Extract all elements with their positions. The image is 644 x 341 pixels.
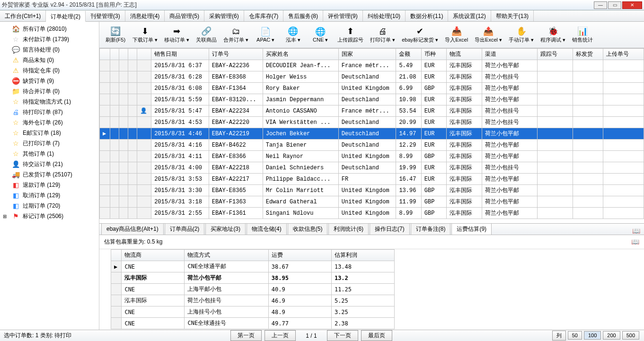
sidebar-item[interactable]: ☆E邮宝订单 (18): [0, 128, 99, 138]
order-row[interactable]: 2015/8/31 6:08EBAY-F1364Rory BakerUnited…: [100, 83, 644, 94]
detail-tab[interactable]: 订单备注(8): [411, 223, 451, 235]
column-header[interactable]: 买家姓名: [263, 49, 338, 60]
next-page-button[interactable]: 下一页: [327, 330, 358, 341]
sidebar-item[interactable]: ◧过期订单 (720): [0, 201, 99, 211]
ship-row[interactable]: ▶CNECNE全球通平邮38.6713.48: [111, 261, 395, 272]
detail-tab[interactable]: 操作日志(7): [370, 223, 410, 235]
page-size-button[interactable]: 200: [603, 331, 620, 340]
toolbar-button[interactable]: ⬆上传跟踪号: [335, 23, 366, 47]
toolbar-button[interactable]: 🔄刷新(F5): [102, 23, 129, 47]
main-tab[interactable]: 评价管理(9): [323, 10, 363, 21]
main-tab[interactable]: 工作台(Ctrl+1): [0, 10, 46, 21]
column-header[interactable]: [100, 49, 110, 60]
book-icon[interactable]: 📖: [632, 227, 640, 235]
ship-row[interactable]: CNE上海平邮小包40.911.25: [111, 284, 395, 295]
shipping-estimate-grid[interactable]: 物流商物流方式运费估算利润▶CNECNE全球通平邮38.6713.48泓丰国际荷…: [111, 249, 395, 329]
sidebar-item[interactable]: ⛔缺货订单 (9): [0, 76, 99, 86]
column-header[interactable]: 订单号: [209, 49, 263, 60]
sidebar-item[interactable]: ☆海外仓订单 (26): [0, 117, 99, 128]
sidebar-item[interactable]: 🏠所有订单 (28010): [0, 24, 99, 34]
main-tab[interactable]: 售后服务(8): [283, 10, 323, 21]
sidebar-item[interactable]: ☆未付款订单 (1739): [0, 34, 99, 44]
order-row[interactable]: 👤2015/8/31 5:47EBAY-A22234Antonio CASSAN…: [100, 105, 644, 117]
column-header[interactable]: 渠道: [482, 49, 538, 60]
sidebar-item[interactable]: 🚚已发货订单 (25107): [0, 169, 99, 180]
sidebar-item[interactable]: 👤待交运订单 (21): [0, 159, 99, 169]
ship-column-header[interactable]: 运费: [268, 250, 331, 261]
column-header[interactable]: 金额: [396, 49, 421, 60]
detail-tab[interactable]: 运费估算(9): [451, 223, 492, 235]
order-row[interactable]: 2015/8/31 5:59EBAY-83120...Jasmin Depper…: [100, 94, 644, 105]
sidebar-item[interactable]: 🖨待打印订单 (87): [0, 107, 99, 117]
sidebar-item[interactable]: ☆待指定物流方式 (1): [0, 96, 99, 107]
order-row[interactable]: ▶2015/8/31 4:46EBAY-A22219Jochen BekkerD…: [100, 128, 644, 140]
main-tab[interactable]: 纠纷处理(10): [363, 10, 406, 21]
column-header[interactable]: 标发货: [573, 49, 603, 60]
toolbar-button[interactable]: 🌐泓丰 ▾: [280, 23, 306, 47]
main-tab[interactable]: 采购管理(6): [204, 10, 244, 21]
column-header[interactable]: [128, 49, 137, 60]
main-tab[interactable]: 刊登管理(3): [86, 10, 125, 21]
toolbar-button[interactable]: 📤导出Excel ▾: [472, 23, 505, 47]
order-row[interactable]: 2015/8/31 6:28EBAY-E8368Holger WeissDeut…: [100, 71, 644, 83]
toolbar-button[interactable]: 🌐CNE ▾: [307, 23, 334, 47]
toolbar-button[interactable]: 🐞程序调试 ▾: [538, 23, 568, 47]
order-row[interactable]: 2015/8/31 3:53EBAY-A22217Philippe Baldac…: [100, 174, 644, 185]
page-size-button[interactable]: 50: [568, 331, 582, 340]
column-header[interactable]: 上传单号: [603, 49, 644, 60]
order-row[interactable]: 2015/8/31 6:37EBAY-A22236DECOUDIER Jean-…: [100, 60, 644, 71]
toolbar-button[interactable]: 🔗关联商品: [193, 23, 220, 47]
sidebar-item[interactable]: 💬留言待处理 (0): [0, 44, 99, 55]
maximize-button[interactable]: ▭: [608, 1, 621, 9]
order-row[interactable]: 2015/8/31 3:30EBAY-E8365Mr Colin Marriot…: [100, 185, 644, 196]
ship-row[interactable]: CNECNE全球通挂号49.772.38: [111, 318, 395, 329]
toolbar-button[interactable]: 📥导入Excel: [442, 23, 471, 47]
ship-column-header[interactable]: [111, 250, 122, 261]
order-row[interactable]: 2015/8/31 4:00EBAY-A22218Daniel Schniede…: [100, 162, 644, 174]
sidebar-item[interactable]: ◧退款订单 (129): [0, 180, 99, 190]
toolbar-button[interactable]: 📄APAC ▾: [252, 23, 279, 47]
main-tab[interactable]: 商品管理(5): [165, 10, 204, 21]
order-row[interactable]: 2015/8/31 2:55EBAY-F1361Singani NdlovuUn…: [100, 208, 644, 219]
column-header[interactable]: [137, 49, 151, 60]
order-row[interactable]: 2015/8/31 3:18EBAY-F1363Edward GatheralU…: [100, 196, 644, 208]
sidebar-item[interactable]: ⊞⚑标记订单 (2506): [0, 211, 99, 221]
sidebar-item[interactable]: ⚠待指定仓库 (0): [0, 65, 99, 76]
sidebar-item[interactable]: 📁待合并订单 (0): [0, 86, 99, 96]
order-row[interactable]: 2015/8/31 4:11EBAY-E8366Neil RaynorUnite…: [100, 151, 644, 162]
column-header[interactable]: 跟踪号: [538, 49, 573, 60]
main-tab[interactable]: 数据分析(11): [406, 10, 448, 21]
main-tab[interactable]: 仓库库存(7): [244, 10, 284, 21]
sidebar-item[interactable]: ☆已打印订单 (7): [0, 138, 99, 149]
main-tab[interactable]: 订单处理(2): [46, 11, 86, 22]
ship-column-header[interactable]: 物流商: [122, 250, 185, 261]
sidebar-item[interactable]: ◧取消订单 (129): [0, 190, 99, 201]
close-button[interactable]: ✕: [622, 1, 642, 9]
detail-tab[interactable]: 利润统计(6): [328, 223, 369, 235]
toolbar-button[interactable]: ✔ebay标记发货 ▾: [399, 23, 441, 47]
toolbar-button[interactable]: ⬇下载订单 ▾: [130, 23, 160, 47]
sidebar-item[interactable]: ⚠商品未知 (0): [0, 55, 99, 65]
ship-column-header[interactable]: 估算利润: [331, 250, 394, 261]
page-size-button[interactable]: 100: [584, 331, 601, 340]
prev-page-button[interactable]: 上一页: [265, 330, 296, 341]
minimize-button[interactable]: —: [594, 1, 607, 9]
orders-grid[interactable]: 销售日期订单号买家姓名国家金额币种物流渠道跟踪号标发货上传单号2015/8/31…: [99, 48, 644, 224]
detail-tab[interactable]: 订单商品(2): [165, 223, 205, 235]
column-header[interactable]: 物流: [447, 49, 482, 60]
sidebar-item[interactable]: ☆其他订单 (1): [0, 149, 99, 159]
page-size-button[interactable]: 500: [622, 331, 639, 340]
detail-tab[interactable]: 物流仓储(4): [247, 223, 287, 235]
ship-row[interactable]: CNE上海挂号小包48.93.25: [111, 306, 395, 318]
main-tab[interactable]: 系统设置(12): [448, 10, 491, 21]
ship-row[interactable]: 泓丰国际荷兰小包平邮38.9513.2: [111, 272, 395, 284]
page-size-button[interactable]: 列: [552, 331, 566, 341]
detail-tab[interactable]: 买家地址(3): [205, 223, 246, 235]
toolbar-button[interactable]: ➡移动订单 ▾: [161, 23, 192, 47]
main-tab[interactable]: 消息处理(4): [125, 10, 165, 21]
column-header[interactable]: [110, 49, 119, 60]
detail-tab[interactable]: ebay商品信息(Alt+1): [101, 223, 164, 235]
toolbar-button[interactable]: 🗂合并订单 ▾: [221, 23, 251, 47]
main-tab[interactable]: 帮助关于(13): [491, 10, 534, 21]
column-header[interactable]: 国家: [338, 49, 396, 60]
